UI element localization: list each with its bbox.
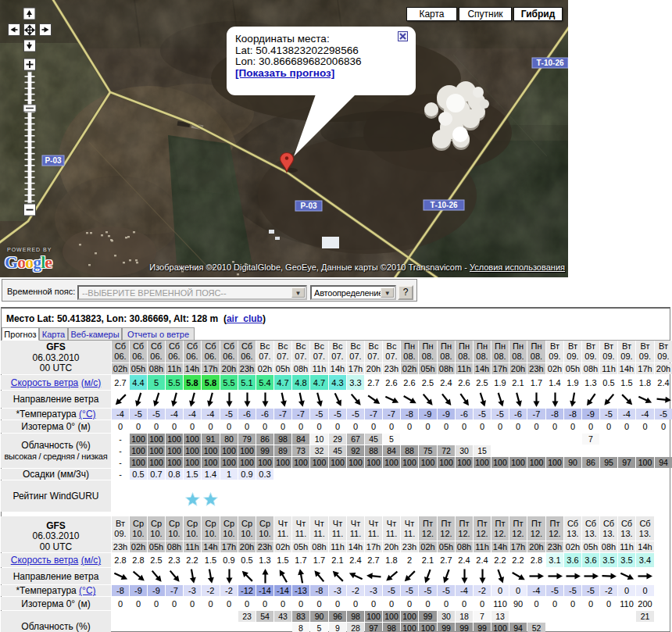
svg-text:Р-03: Р-03	[45, 156, 62, 165]
svg-text:Р-03: Р-03	[300, 202, 317, 210]
svg-text:Т-10-26: Т-10-26	[536, 59, 563, 67]
svg-text:Т-10-26: Т-10-26	[430, 201, 457, 209]
